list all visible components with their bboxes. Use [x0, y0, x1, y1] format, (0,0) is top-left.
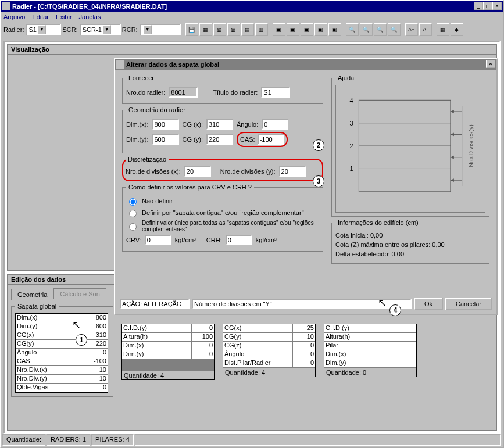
callout-1: 1	[76, 334, 87, 346]
dropdown-icon[interactable]: ▼	[38, 25, 46, 34]
dropdown-icon[interactable]: ▼	[103, 25, 111, 34]
save-icon[interactable]: 💾	[185, 23, 198, 36]
scr-tool-icon[interactable]: ▣	[273, 23, 285, 36]
tool-icon[interactable]: ◆	[451, 23, 463, 36]
table-col2[interactable]: C.I.D.(y)0 Altura(h)100 Dim.(x)0 Dim.(y)…	[121, 324, 215, 380]
status-empty	[135, 434, 501, 446]
dimx-input[interactable]: 800	[152, 119, 179, 130]
tool-icon[interactable]: ▥	[255, 23, 268, 36]
minimize-button[interactable]: _	[474, 2, 483, 10]
scr-combo[interactable]: SCR-1▼	[80, 24, 121, 35]
dialog-alterar-dados: Alterar dados da sapata global × Fornece…	[114, 58, 498, 315]
sapata-table[interactable]: Dim.(x)800 Dim.(y)600 CG(x)310 CG(y)220 …	[15, 313, 108, 393]
menu-janelas[interactable]: Janelas	[79, 13, 101, 20]
cgx-label: CG (x):	[183, 121, 203, 128]
maximize-button[interactable]: □	[483, 2, 492, 10]
col4-footer: Quantidade: 0	[324, 368, 416, 377]
rcr-tool-icon[interactable]: ▣	[301, 23, 313, 36]
svg-marker-11	[451, 132, 454, 136]
statusbar: Quantidade: RADIERS: 1 PILARES: 4	[2, 434, 502, 446]
opt-nao-definir[interactable]	[129, 198, 137, 206]
dialog-close-button[interactable]: ×	[486, 60, 495, 68]
tool-icon[interactable]: ▦	[199, 23, 212, 36]
zoom-in-icon[interactable]: 🔍	[360, 23, 373, 36]
zoom-fit-icon[interactable]: 🔍	[388, 23, 401, 36]
menu-arquivo[interactable]: Arquivo	[3, 13, 25, 20]
dialog-title: Alterar dados da sapata global	[126, 61, 219, 68]
ndivx-input[interactable]: 20	[184, 166, 211, 177]
menu-exibir[interactable]: Exibir	[56, 13, 72, 20]
table-col4[interactable]: C.I.D.(y) Altura(h) Pilar Dim.(x) Dim.(y…	[324, 324, 417, 377]
titulo-radier-label: Título do radier:	[213, 89, 258, 96]
status-pilares: PILARES: 4	[91, 434, 134, 446]
cgx-input[interactable]: 310	[206, 119, 233, 130]
cgy-input[interactable]: 220	[206, 134, 233, 145]
cota-inicial: Cota inicial: 0,00	[335, 232, 485, 239]
zoom-icon[interactable]: 🔍	[346, 23, 359, 36]
dimy-label: Dim.(y):	[126, 136, 149, 143]
tool-icon[interactable]: ▨	[227, 23, 240, 36]
cas-highlight: CAS: -100	[237, 132, 288, 147]
scr-label: SCR:	[62, 26, 77, 33]
svg-marker-13	[451, 156, 454, 159]
menu-editar[interactable]: Editar	[32, 13, 49, 20]
tool-icon[interactable]: ▣	[328, 23, 341, 36]
crvcrh-fieldset: Como definir os valores para CRV e CRH ?…	[122, 184, 323, 252]
font-icon[interactable]: A-	[419, 23, 432, 36]
svg-marker-9	[451, 110, 454, 113]
radier-label: Radier:	[3, 26, 24, 33]
discretizacao-fieldset: Discretização Nro.de divisões (x): 20 Nr…	[122, 156, 323, 181]
geometria-legend: Geometria do radier	[126, 106, 188, 113]
close-button[interactable]: ×	[492, 2, 502, 10]
angulo-input[interactable]: 0	[262, 119, 288, 130]
tool-icon[interactable]: ▤	[241, 23, 254, 36]
radier-combo[interactable]: S1▼	[26, 24, 61, 35]
cas-input[interactable]: -100	[258, 134, 284, 145]
crh-input[interactable]: 0	[226, 235, 252, 245]
app-icon	[2, 2, 10, 10]
nro-radier-label: Nro.do radier:	[126, 89, 165, 96]
crv-input[interactable]: 0	[145, 235, 171, 245]
tab-calculo[interactable]: Cálculo e Son	[53, 288, 106, 299]
opt2-label: Definir por "sapata contígua" e/ou "regi…	[142, 209, 304, 216]
ndivy-input[interactable]: 20	[279, 166, 306, 177]
tool-icon[interactable]: ▦	[437, 23, 449, 36]
sapata-fieldset: Sapata global Dim.(x)800 Dim.(y)600 CG(x…	[11, 303, 113, 397]
sapata-legend: Sapata global	[15, 303, 59, 310]
titulo-radier-input[interactable]: S1	[261, 87, 290, 98]
svg-text:1: 1	[350, 165, 353, 172]
dimy-input[interactable]: 600	[152, 134, 179, 145]
crh-label: CRH:	[206, 236, 222, 243]
info-legend: Informações do edifício (cm)	[335, 219, 421, 226]
discretizacao-legend: Discretização	[126, 156, 169, 163]
tab-geometria[interactable]: Geometria	[11, 289, 53, 300]
zoom-out-icon[interactable]: 🔍	[374, 23, 387, 36]
callout-2: 2	[313, 139, 324, 151]
title-text: Radier -	[12, 3, 36, 10]
dimx-label: Dim.(x):	[126, 121, 149, 128]
callout-3: 3	[313, 175, 324, 187]
col2-footer: Quantidade: 4	[122, 371, 214, 379]
cancel-button[interactable]: Cancelar	[445, 298, 492, 310]
cota-z: Cota (Z) máxima entre os pilares: 0,00	[335, 241, 485, 248]
angulo-label: Ângulo:	[237, 121, 258, 128]
ok-button[interactable]: Ok	[414, 298, 443, 310]
svg-marker-15	[451, 178, 454, 182]
tool-icon[interactable]: ▧	[213, 23, 226, 36]
opt-valor-unico[interactable]	[129, 223, 137, 231]
ajuda-fieldset: Ajuda 4 3 2 1	[331, 74, 489, 217]
rcr-tool-icon[interactable]: ▣	[314, 23, 327, 36]
rcr-combo[interactable]: ▼	[140, 24, 181, 35]
dialog-body: Fornecer Nro.do radier: 8001 Título do r…	[115, 70, 496, 314]
font-icon[interactable]: A+	[405, 23, 418, 36]
scr-tool-icon[interactable]: ▣	[287, 23, 299, 36]
dropdown-icon[interactable]: ▼	[144, 25, 152, 34]
cursor-icon: ↖	[378, 296, 387, 309]
crv-label: CRV:	[126, 236, 141, 243]
dialog-titlebar: Alterar dados da sapata global ×	[115, 59, 496, 70]
cas-label: CAS:	[240, 136, 255, 143]
main-titlebar: Radier - [C:\TQS\RADIER_04\INFRA\SRADIER…	[1, 1, 503, 12]
table-col3[interactable]: CG(x)25 CG(y)10 CG(z)0 Ângulo0 Dist.Pila…	[223, 324, 316, 377]
svg-text:Nro.Divisões(y): Nro.Divisões(y)	[467, 124, 474, 167]
opt-sapata-contigua[interactable]	[129, 210, 137, 217]
